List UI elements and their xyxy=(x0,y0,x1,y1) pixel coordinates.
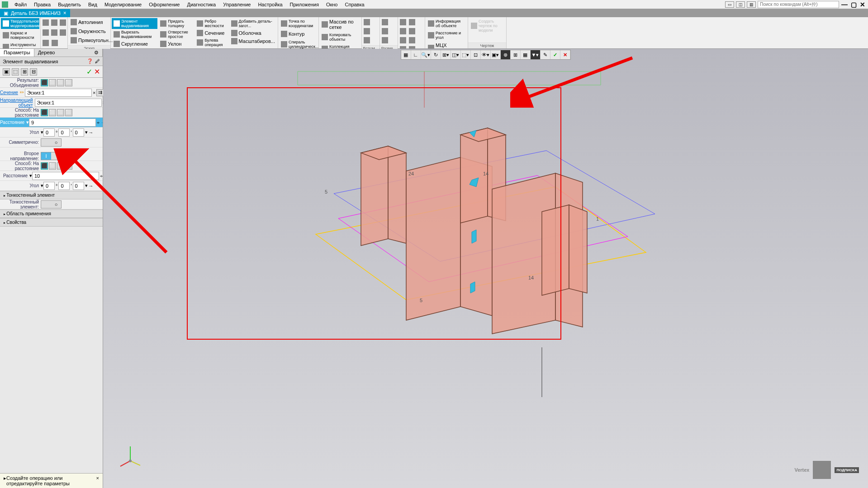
annot-btn[interactable] xyxy=(408,36,416,44)
view-btn[interactable]: ↻ xyxy=(431,50,441,59)
menu-edit[interactable]: Правка xyxy=(30,2,54,7)
filter-btn[interactable]: ▼▾ xyxy=(531,50,541,59)
view-btn[interactable]: ⊞▾ xyxy=(441,50,451,59)
angle2-sec-input[interactable] xyxy=(73,182,84,190)
object-info-button[interactable]: Информация об объекте xyxy=(426,18,467,29)
3d-viewport[interactable]: ▦ ∟ 🔍▾ ↻ ⊞▾ ◫▾ ⬚▾ ⊡ 👁▾ ▣▾ ⊗ ⊞ ▦ ▼▾ ✎ ✓ ✕ xyxy=(103,49,868,488)
cancel-icon[interactable]: ✕ xyxy=(94,67,100,76)
view-btn[interactable]: ◫▾ xyxy=(451,50,461,59)
menu-window[interactable]: Окно xyxy=(323,2,342,7)
hint-close-icon[interactable]: × xyxy=(96,475,99,486)
new-button[interactable] xyxy=(42,19,49,27)
direction-icon[interactable]: → xyxy=(89,130,94,135)
annot-btn[interactable] xyxy=(399,18,407,26)
document-tab[interactable]: ▣ Деталь БЕЗ ИМЕНИ3 × xyxy=(0,9,70,17)
dim-btn-2[interactable] xyxy=(381,27,389,35)
guide-input[interactable] xyxy=(35,99,102,107)
menu-view[interactable]: Вид xyxy=(85,2,101,7)
guide-label[interactable]: Направляющий объект xyxy=(0,98,35,108)
maximize-button[interactable]: ▢ xyxy=(850,1,857,8)
menu-modeling[interactable]: Моделирование xyxy=(101,2,145,7)
view-btn[interactable]: ⊞ xyxy=(511,50,521,59)
print-button[interactable] xyxy=(42,28,49,37)
view-btn[interactable]: ▦ xyxy=(401,50,411,59)
layout-btn-3[interactable]: ▥ xyxy=(747,1,756,8)
method2-opt-2[interactable]: ⬜ xyxy=(49,162,56,170)
distance2-input[interactable] xyxy=(32,172,99,180)
point-coord-button[interactable]: Точка по координатам xyxy=(279,18,318,29)
result-opt-3[interactable]: ⬜ xyxy=(57,79,64,86)
angle-deg-input[interactable] xyxy=(43,128,55,137)
thin-elem-toggle[interactable]: ○ xyxy=(41,200,62,208)
angle-sec-input[interactable] xyxy=(73,128,84,137)
wireframe-button[interactable]: Каркас и поверхности xyxy=(1,30,39,41)
aux-btn-3[interactable] xyxy=(363,36,371,44)
preview-button[interactable] xyxy=(50,28,58,37)
angle2-min-input[interactable] xyxy=(58,182,70,190)
section-input[interactable] xyxy=(25,89,92,97)
method-distance-btn[interactable]: ⬛ xyxy=(41,109,48,116)
param-mode-2[interactable]: ⬚ xyxy=(12,68,19,76)
dim-btn-1[interactable] xyxy=(381,18,389,26)
result-opt-2[interactable]: ⬜ xyxy=(49,79,56,86)
param-mode-1[interactable]: ▣ xyxy=(3,68,10,76)
thicken-button[interactable]: Придать толщину xyxy=(158,18,194,29)
spiral-button[interactable]: Спираль цилиндрическ... xyxy=(279,39,318,50)
view-btn[interactable]: ⬚▾ xyxy=(461,50,471,59)
scope-section[interactable]: Область применения xyxy=(0,209,103,218)
method-opt-4[interactable]: ⬜ xyxy=(65,109,72,116)
symmetric-toggle[interactable]: ○ xyxy=(41,138,62,147)
distance-input[interactable] xyxy=(29,118,96,127)
draft-button[interactable]: Уклон xyxy=(158,40,194,48)
open-button[interactable] xyxy=(50,19,58,27)
undo-button[interactable] xyxy=(42,39,50,47)
view-btn[interactable]: 👁▾ xyxy=(481,50,491,59)
menu-format[interactable]: Оформление xyxy=(145,2,183,7)
menu-help[interactable]: Справка xyxy=(341,2,368,7)
tab-close-icon[interactable]: × xyxy=(63,10,66,16)
tree-tab[interactable]: Дерево⚙ xyxy=(34,49,103,57)
layout-btn-2[interactable]: ◫ xyxy=(736,1,745,8)
view-btn[interactable]: ▣▾ xyxy=(491,50,501,59)
extrude-button[interactable]: Элемент выдавливания xyxy=(112,18,157,29)
hole-button[interactable]: Отверстие простое xyxy=(158,29,194,40)
layout-btn-1[interactable]: ▭ xyxy=(725,1,734,8)
result-union-btn[interactable]: ⬛ xyxy=(41,79,48,86)
second-direction-toggle[interactable]: I xyxy=(41,152,62,160)
rectangle-button[interactable]: Прямоугольн... xyxy=(69,36,109,44)
command-search-input[interactable] xyxy=(758,1,839,8)
dim-btn-3[interactable] xyxy=(381,36,389,44)
thin-wall-section[interactable]: Тонкостенный элемент xyxy=(0,191,103,199)
solid-modeling-button[interactable]: Твердотельное моделирование xyxy=(1,18,39,29)
edit-btn[interactable]: ✎ xyxy=(541,50,550,59)
param-mode-4[interactable]: ⊟ xyxy=(30,68,37,76)
view-btn[interactable]: ⊡ xyxy=(471,50,481,59)
reject-btn[interactable]: ✕ xyxy=(560,50,570,59)
menu-diagnostics[interactable]: Диагностика xyxy=(183,2,219,7)
view-btn[interactable]: ∟ xyxy=(411,50,421,59)
distance-angle-button[interactable]: Расстояние и угол xyxy=(426,30,467,41)
rib-button[interactable]: Ребро жесткости xyxy=(195,18,228,29)
shell-button[interactable]: Оболочка xyxy=(229,29,277,37)
method-opt-3[interactable]: ⬜ xyxy=(57,109,64,116)
parameters-tab[interactable]: Параметры xyxy=(0,49,34,57)
zoom-btn[interactable]: 🔍▾ xyxy=(421,50,431,59)
settings-icon[interactable]: 🖉 xyxy=(95,58,100,64)
properties-section[interactable]: Свойства xyxy=(0,218,103,227)
method2-opt-3[interactable]: ⬜ xyxy=(57,162,64,170)
close-button[interactable]: ✕ xyxy=(859,1,866,8)
method2-opt-4[interactable]: ⬜ xyxy=(65,162,72,170)
angle2-deg-input[interactable] xyxy=(43,182,55,190)
aux-btn-1[interactable] xyxy=(363,18,371,26)
section-button[interactable]: Сечение xyxy=(195,29,228,37)
method2-distance-btn[interactable]: ⬛ xyxy=(41,162,48,170)
view-btn[interactable]: ▦ xyxy=(521,50,531,59)
menu-select[interactable]: Выделить xyxy=(54,2,85,7)
fillet-button[interactable]: Скругление xyxy=(112,40,157,48)
create-drawing-button[interactable]: Создать чертеж по модели xyxy=(469,18,505,33)
copy-objects-button[interactable]: Копировать объекты xyxy=(320,32,360,43)
result-opt-4[interactable]: ⬜ xyxy=(65,79,72,86)
view-btn[interactable]: ⊗ xyxy=(501,50,511,59)
scale-button[interactable]: Масштабиров... xyxy=(229,37,277,45)
section-label[interactable]: Сечение xyxy=(0,90,20,95)
